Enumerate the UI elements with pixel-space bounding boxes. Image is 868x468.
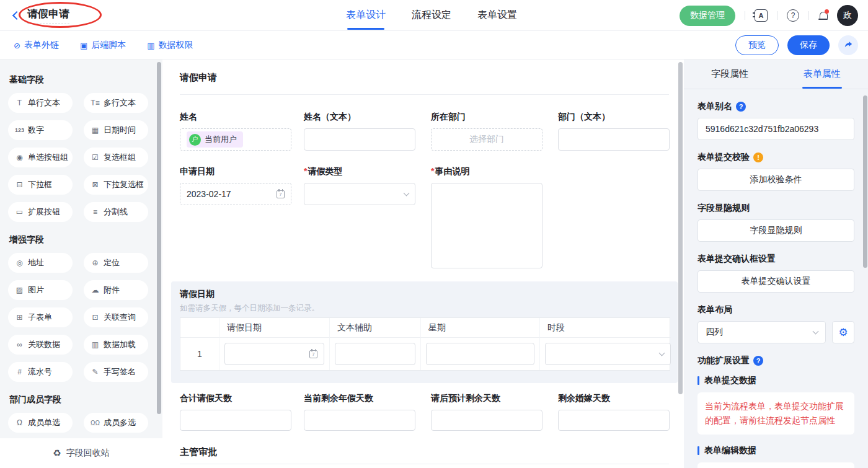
- sidebar-item-radio-group[interactable]: ◉单选按钮组: [8, 148, 73, 167]
- data-permission-button[interactable]: ▥ 数据权限: [147, 40, 193, 51]
- multi-line-text-icon: T≡: [91, 99, 100, 107]
- page-title[interactable]: 请假申请: [27, 7, 69, 24]
- save-button[interactable]: 保存: [787, 35, 830, 55]
- sidebar-item-number[interactable]: 123数字: [8, 120, 73, 140]
- field-department-text[interactable]: 部门（文本）: [558, 112, 670, 151]
- label-text: 表单别名: [698, 101, 732, 112]
- sidebar-item-dropdown[interactable]: ⊟下拉框: [8, 175, 73, 195]
- field-leave-type[interactable]: *请假类型: [304, 166, 415, 205]
- tab-field-properties[interactable]: 字段属性: [684, 60, 776, 89]
- sidebar-item-serial-number[interactable]: #流水号: [8, 362, 73, 382]
- sidebar-item-datetime[interactable]: ▦日期时间: [84, 120, 148, 140]
- preview-button[interactable]: 预览: [735, 35, 779, 55]
- name-text-input[interactable]: [304, 128, 415, 151]
- field-name-text[interactable]: 姓名（文本）: [304, 112, 415, 151]
- sidebar-item-attachment[interactable]: ☁附件: [84, 280, 148, 300]
- field-predicted-remaining[interactable]: 请后预计剩余天数: [431, 393, 542, 431]
- sidebar-item-checkbox-group[interactable]: ☑复选框组: [84, 148, 148, 167]
- submit-confirm-label: 表单提交确认框设置: [698, 254, 854, 265]
- field-label: 所在部门: [431, 112, 542, 123]
- number-icon: 123: [15, 127, 24, 133]
- name-value-box[interactable]: 户 当前用户: [180, 128, 291, 151]
- layout-gear-button[interactable]: ⚙: [832, 321, 854, 343]
- field-total-days[interactable]: 合计请假天数: [180, 393, 291, 431]
- tab-form-settings[interactable]: 表单设置: [477, 0, 517, 31]
- chevron-down-icon: [813, 328, 819, 334]
- text-aid-input[interactable]: [335, 343, 415, 365]
- field-label: 请后预计剩余天数: [431, 393, 542, 404]
- help-circle-icon[interactable]: ?: [753, 356, 763, 366]
- permission-icon: ▥: [147, 41, 154, 50]
- total-days-input[interactable]: [180, 410, 291, 431]
- form-alias-input[interactable]: 5916d621c32d751fb2a06293: [698, 118, 854, 140]
- tab-form-properties[interactable]: 表单属性: [776, 60, 868, 89]
- backend-script-button[interactable]: ▣ 后端脚本: [80, 40, 126, 51]
- tab-form-design[interactable]: 表单设计: [346, 0, 386, 31]
- reason-textarea[interactable]: [431, 183, 542, 268]
- section-title-enhanced-fields: 增强字段: [9, 234, 162, 245]
- submit-confirm-button[interactable]: 表单提交确认设置: [698, 270, 854, 293]
- sidebar-item-signature[interactable]: ✎手写签名: [84, 362, 148, 382]
- field-label: 姓名: [180, 112, 291, 123]
- external-link-button[interactable]: ⊘ 表单外链: [14, 40, 59, 51]
- sidebar-item-image[interactable]: ▨图片: [8, 280, 73, 300]
- department-text-input[interactable]: [558, 128, 670, 151]
- field-remaining-annual[interactable]: 当前剩余年假天数: [304, 393, 415, 431]
- avatar[interactable]: 政: [837, 5, 858, 26]
- divider: [777, 11, 777, 20]
- sidebar-item-divider-line[interactable]: ≡分割线: [84, 202, 148, 222]
- sidebar-item-extend-button[interactable]: ▭扩展按钮: [8, 202, 73, 222]
- share-arrow-icon: [843, 40, 853, 50]
- visibility-rules-button[interactable]: 字段显隐规则: [698, 219, 854, 242]
- department-picker[interactable]: 选择部门: [431, 128, 542, 151]
- field-reason[interactable]: *事由说明: [431, 166, 542, 268]
- field-name[interactable]: 姓名 户 当前用户: [180, 112, 291, 151]
- sidebar-item-member-multi[interactable]: ΩΩ成员多选: [84, 413, 148, 433]
- field-label: 部门（文本）: [558, 112, 670, 123]
- column-header-period: 时段: [540, 318, 671, 338]
- apply-date-input[interactable]: 2023-02-17 7: [180, 183, 291, 205]
- help-circle-icon[interactable]: ?: [736, 102, 746, 112]
- leave-date-input[interactable]: 7: [224, 343, 324, 365]
- field-remaining-marriage[interactable]: 剩余婚嫁天数: [558, 393, 670, 431]
- field-recycle-bin[interactable]: ♻ 字段回收站: [0, 438, 162, 468]
- layout-select[interactable]: 四列: [698, 321, 826, 343]
- data-manage-button[interactable]: 数据管理: [680, 6, 735, 26]
- add-validation-button[interactable]: 添加校验条件: [698, 169, 854, 191]
- sidebar-item-subform[interactable]: ⊞子表单: [8, 307, 73, 327]
- sidebar-item-multi-dropdown[interactable]: ⊠下拉复选框: [84, 175, 148, 195]
- divider: [745, 11, 745, 20]
- share-button[interactable]: [838, 35, 858, 55]
- chevron-down-icon: [404, 190, 410, 196]
- notification-bell-icon[interactable]: [818, 11, 828, 20]
- field-apply-date[interactable]: 申请日期 2023-02-17 7: [180, 166, 291, 205]
- divider: [180, 464, 669, 464]
- panel-scrollbar[interactable]: [863, 95, 867, 268]
- sidebar-item-address[interactable]: ◎地址: [8, 253, 73, 273]
- sidebar-item-member-single[interactable]: Ω成员单选: [8, 413, 73, 433]
- remaining-annual-input[interactable]: [304, 410, 415, 431]
- form-title: 请假申请: [180, 72, 217, 84]
- sidebar-item-multi-line-text[interactable]: T≡多行文本: [84, 93, 148, 113]
- tab-flow-settings[interactable]: 流程设定: [412, 0, 451, 31]
- remaining-marriage-input[interactable]: [558, 410, 670, 431]
- period-select[interactable]: [545, 343, 671, 365]
- contact-book-icon[interactable]: A: [755, 9, 768, 22]
- predicted-remaining-input[interactable]: [431, 410, 542, 431]
- canvas-scrollbar[interactable]: [678, 62, 683, 394]
- field-department[interactable]: 所在部门 选择部门: [431, 112, 542, 151]
- sidebar-item-data-load[interactable]: ▥数据加载: [84, 335, 148, 355]
- sidebar-item-relation-data[interactable]: ∞关联数据: [8, 335, 73, 355]
- sidebar-item-single-line-text[interactable]: T单行文本: [8, 93, 73, 113]
- sidebar-item-locate[interactable]: ⊕定位: [84, 253, 148, 273]
- section-label: 表单编辑数据: [704, 445, 756, 456]
- cell-text-aid: [330, 338, 421, 370]
- sidebar-scrollbar[interactable]: [157, 62, 161, 414]
- weekday-input[interactable]: [426, 343, 534, 365]
- leave-type-select[interactable]: [304, 183, 415, 205]
- sidebar-item-relation-query[interactable]: ⊡关联查询: [84, 307, 148, 327]
- back-icon[interactable]: [12, 11, 21, 20]
- help-icon[interactable]: ?: [787, 9, 799, 22]
- field-label: 剩余婚嫁天数: [558, 393, 670, 404]
- subform-leave-dates[interactable]: 请假日期 如需请多天假，每个日期添加一条记录。 请假日期 文本辅助 星期 时段 …: [171, 281, 678, 383]
